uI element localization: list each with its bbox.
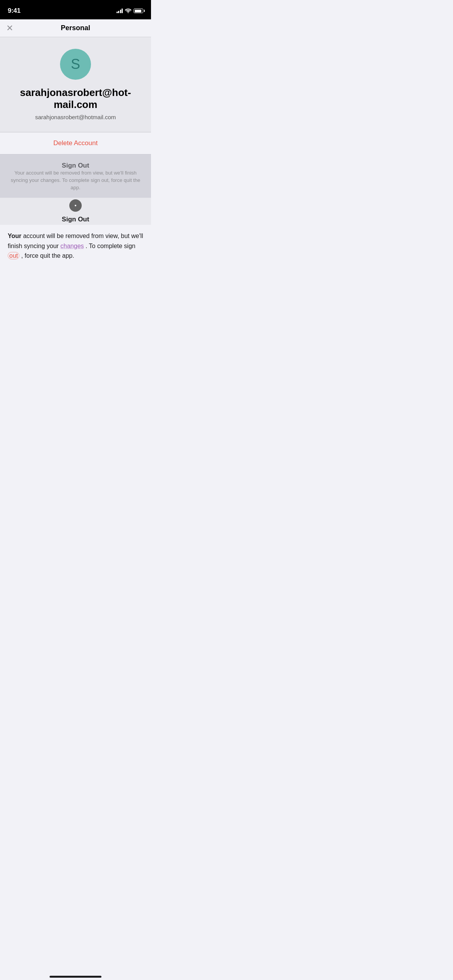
avatar: S — [60, 49, 91, 80]
signout-ghost-title: Sign Out — [62, 162, 89, 169]
alert-title: Sign Out — [62, 216, 89, 223]
description-section: Your account will be removed from view, … — [0, 225, 151, 267]
description-text-3: , force quit the app. — [21, 252, 74, 259]
cancel-overlay-word: changes — [60, 243, 84, 249]
status-bar: 9:41 — [0, 0, 151, 19]
bottom-spacer — [0, 267, 151, 280]
profile-section: S sarahjonasrobert@hot-mail.com sarahjon… — [0, 37, 151, 132]
close-button[interactable]: ✕ — [6, 23, 13, 33]
avatar-letter: S — [71, 56, 80, 72]
description-your: Your — [8, 233, 21, 239]
ok-overlay-word: out — [8, 252, 19, 259]
transition-area: Delete Account Sign Out Your account wil… — [0, 132, 151, 225]
nav-title: Personal — [61, 24, 90, 32]
status-time: 9:41 — [8, 7, 21, 15]
spinner-icon — [69, 199, 82, 212]
email-small: sarahjonasrobert@hotmail.com — [35, 114, 116, 120]
delete-account-row[interactable]: Delete Account — [0, 132, 151, 154]
nav-bar: ✕ Personal — [0, 19, 151, 37]
signal-bars-icon — [117, 9, 123, 13]
delete-account-label: Delete Account — [53, 139, 98, 147]
status-icons — [117, 9, 144, 13]
signout-ghost-message: Your account will be removed from view, … — [9, 170, 142, 192]
close-icon: ✕ — [6, 23, 13, 33]
description-text-2: . To complete sign — [86, 243, 136, 249]
email-large: sarahjonasrobert@hot-mail.com — [8, 87, 143, 111]
wifi-icon — [125, 9, 131, 13]
battery-icon — [134, 9, 143, 13]
content-area: Delete Account Sign Out Your account wil… — [0, 132, 151, 267]
